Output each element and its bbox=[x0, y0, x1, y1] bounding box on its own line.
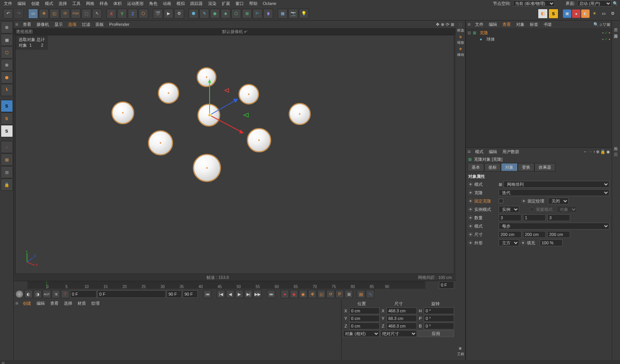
menu-character[interactable]: 角色 bbox=[147, 0, 160, 7]
ext-icon-4[interactable]: ☀ bbox=[590, 9, 599, 18]
menu-tracker[interactable]: 跟踪器 bbox=[188, 0, 205, 7]
pos-y-input[interactable] bbox=[349, 315, 380, 322]
ms-zoom[interactable]: ⊕缩放 bbox=[456, 34, 465, 46]
primitive-cube[interactable]: ⬢ bbox=[189, 9, 199, 19]
sphere-clone[interactable] bbox=[148, 130, 173, 155]
redo-button[interactable]: ↷ bbox=[14, 9, 24, 19]
om-search-icon[interactable]: 🔍 bbox=[593, 22, 599, 27]
workplane-2[interactable]: ▦ bbox=[1, 166, 13, 178]
point-mode[interactable]: ⬢ bbox=[1, 59, 13, 71]
menu-edit[interactable]: 编辑 bbox=[15, 0, 28, 7]
next-key-button[interactable]: ▶▶ bbox=[253, 290, 262, 298]
am-back-icon[interactable]: ← bbox=[583, 149, 588, 154]
radio-icon[interactable] bbox=[468, 232, 473, 237]
ext-icon-5[interactable]: ▭ bbox=[599, 9, 608, 18]
key-sphere-icon[interactable] bbox=[15, 290, 24, 298]
fix-clone-checkbox[interactable] bbox=[499, 199, 503, 203]
move-gizmo[interactable] bbox=[202, 77, 251, 138]
current-frame-input[interactable] bbox=[70, 290, 97, 298]
viewport-hamburger-icon[interactable] bbox=[15, 21, 20, 27]
ext-icon-6[interactable]: ⚙ bbox=[609, 9, 617, 18]
radio-icon[interactable] bbox=[468, 224, 473, 228]
x-axis-lock[interactable]: X bbox=[107, 9, 116, 19]
menu-animate[interactable]: 动画 bbox=[161, 0, 173, 7]
model-mode[interactable]: ⬢ bbox=[1, 21, 13, 33]
radio-icon[interactable] bbox=[468, 199, 473, 203]
camera[interactable]: 📷 bbox=[288, 9, 298, 19]
vm-nav-icon-3[interactable]: ⟳ bbox=[446, 22, 449, 27]
camera-dropdown-icon[interactable]: ▾° bbox=[244, 30, 248, 34]
om-tags[interactable]: 标签 bbox=[528, 21, 541, 28]
am-userdata[interactable]: 用户数据 bbox=[500, 148, 521, 155]
menu-volume[interactable]: 体积 bbox=[111, 0, 124, 7]
menu-mesh[interactable]: 网格 bbox=[84, 0, 97, 7]
anim-param-icon[interactable]: P bbox=[335, 290, 344, 298]
sphere-clone[interactable] bbox=[111, 101, 134, 124]
radio-icon[interactable] bbox=[468, 207, 473, 212]
layer-toggle[interactable]: ▪ bbox=[602, 37, 604, 42]
am-up-icon[interactable]: ↑ bbox=[593, 149, 596, 154]
size-z-attr-input[interactable] bbox=[547, 231, 570, 238]
mat-view[interactable]: 查看 bbox=[48, 300, 61, 307]
key-mode-3[interactable]: AUT bbox=[43, 290, 51, 298]
menu-octane[interactable]: Octane bbox=[261, 0, 278, 6]
rs-tab-1[interactable]: 层次 bbox=[612, 22, 619, 28]
undo-button[interactable]: ↶ bbox=[3, 9, 13, 19]
am-gear-icon[interactable]: ◉ bbox=[606, 149, 610, 154]
radio-icon[interactable] bbox=[468, 241, 473, 245]
rs-tab-3[interactable]: 构造 bbox=[612, 141, 619, 147]
am-new-icon[interactable]: ⊕ bbox=[596, 149, 599, 154]
menu-create[interactable]: 创建 bbox=[29, 0, 42, 7]
vm-nav-icon-1[interactable]: ✥ bbox=[436, 22, 439, 27]
om-filter-icon[interactable]: ▽ bbox=[603, 22, 606, 27]
timeline-ruler[interactable]: 0 5 10 15 20 25 30 35 40 45 50 55 60 65 … bbox=[27, 281, 425, 289]
vm-filter[interactable]: 过滤 bbox=[79, 21, 92, 28]
polygon-mode[interactable]: ┗ bbox=[1, 84, 13, 96]
object-mode[interactable]: ⬡ bbox=[1, 46, 13, 59]
menu-simulate[interactable]: 模拟 bbox=[174, 0, 187, 7]
prev-key-button[interactable]: |◀ bbox=[217, 290, 225, 298]
render-pv[interactable]: ▶ bbox=[164, 9, 173, 19]
play-button[interactable]: ▶ bbox=[235, 290, 243, 298]
size-z-input[interactable] bbox=[386, 323, 417, 329]
size-x-input[interactable] bbox=[386, 307, 417, 314]
floor[interactable]: ▦ bbox=[278, 9, 288, 19]
keyframe-sel-button[interactable]: ◉ bbox=[299, 290, 307, 298]
field[interactable]: ⊢ bbox=[253, 9, 262, 19]
vis-toggle[interactable]: ✓ bbox=[604, 30, 608, 35]
generator[interactable]: ◉ bbox=[210, 9, 220, 19]
radio-icon[interactable] bbox=[468, 215, 473, 220]
rs-tab-2[interactable]: 内容浏览器 bbox=[612, 28, 619, 34]
count-y-input[interactable] bbox=[523, 214, 546, 221]
clone-iter-select[interactable]: 迭代 bbox=[499, 189, 609, 196]
timeline-fcurve-icon[interactable]: ∿ bbox=[366, 290, 374, 298]
anim-pla-icon[interactable]: ⊞ bbox=[345, 290, 353, 298]
ext-icon-1[interactable]: ▣ bbox=[563, 9, 571, 18]
ms-frame-sel[interactable]: ⬚框选 bbox=[456, 22, 465, 33]
om-eye-icon[interactable]: ⊞ bbox=[607, 22, 610, 27]
s-mode-1[interactable]: S bbox=[1, 100, 13, 112]
select-tool[interactable]: ▭ bbox=[28, 9, 38, 19]
magnet-tool[interactable]: ∩ bbox=[1, 141, 13, 153]
step-mode-select[interactable]: 每步 bbox=[499, 223, 609, 229]
om-object[interactable]: 对象 bbox=[514, 21, 527, 28]
record-button[interactable]: ● bbox=[281, 290, 289, 298]
total-frames-input[interactable] bbox=[183, 290, 198, 298]
size-y-input[interactable] bbox=[386, 315, 417, 322]
om-edit[interactable]: 编辑 bbox=[486, 21, 499, 28]
sphere-clone[interactable] bbox=[289, 103, 311, 125]
fill-input[interactable] bbox=[540, 239, 563, 246]
menu-window[interactable]: 窗口 bbox=[233, 0, 246, 7]
anim-scale-icon[interactable]: ◱ bbox=[317, 290, 326, 298]
clone-mode-select[interactable]: 网格排列 bbox=[504, 181, 609, 188]
am-hamburger-icon[interactable] bbox=[467, 149, 472, 155]
om-hamburger-icon[interactable] bbox=[467, 21, 472, 27]
menu-mograph[interactable]: 运动图形 bbox=[125, 0, 146, 7]
rot-p-input[interactable] bbox=[424, 315, 454, 322]
ext-icon-3[interactable]: ◐ bbox=[581, 9, 590, 18]
key-mode-1[interactable]: ◐ bbox=[24, 290, 33, 298]
workplane-1[interactable]: ▦ bbox=[1, 154, 13, 166]
mat-hamburger-icon[interactable] bbox=[15, 300, 20, 306]
key-mode-2[interactable]: ◑ bbox=[33, 290, 42, 298]
vm-options[interactable]: 选项 bbox=[66, 21, 79, 28]
